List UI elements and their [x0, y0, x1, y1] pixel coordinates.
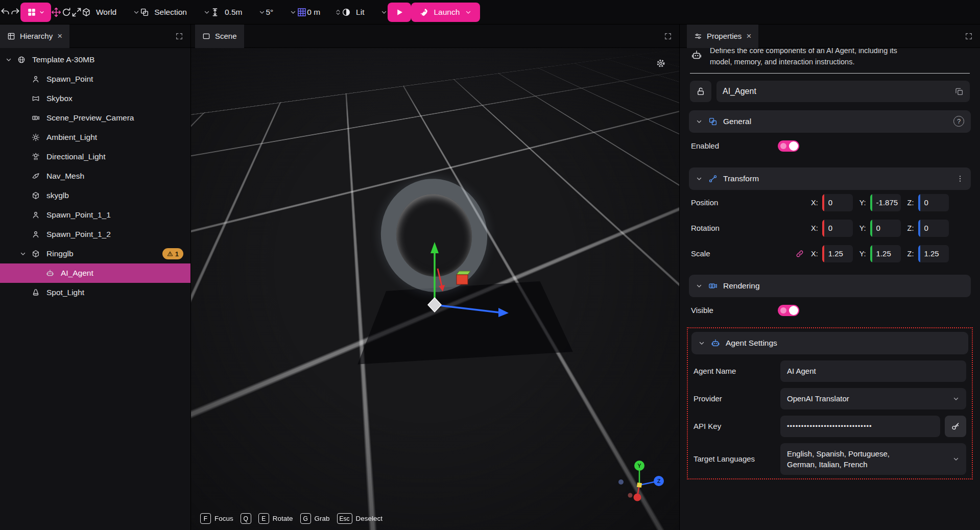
provider-select[interactable]: OpenAI Translator	[780, 388, 966, 409]
rendering-section-header[interactable]: Rendering	[689, 275, 971, 297]
api-key-input[interactable]	[780, 416, 940, 437]
selection-mode-icon	[140, 8, 149, 17]
move-snap-dropdown[interactable]: 0.5m	[210, 8, 266, 17]
chevron-down-icon[interactable]	[5, 56, 17, 63]
layout-grid-button[interactable]	[20, 3, 51, 22]
enabled-toggle[interactable]	[778, 140, 799, 152]
tab-scene[interactable]: Scene	[195, 25, 244, 48]
world-space-dropdown[interactable]: World	[82, 8, 140, 17]
agent-description-text: Defines the core components of an AI Age…	[710, 48, 920, 68]
tree-item-spot-light[interactable]: Spot_Light	[0, 283, 190, 302]
selection-mode-dropdown[interactable]: Selection	[140, 8, 210, 17]
scene-viewport[interactable]: F Focus Q E Rotate G Grab	[191, 48, 679, 530]
lit-sphere-icon	[342, 8, 351, 17]
tree-item-spawn-point[interactable]: Spawn_Point	[0, 69, 190, 89]
camera-icon	[32, 114, 45, 122]
api-key-row: API Key	[691, 416, 968, 437]
link-scale-icon[interactable]	[796, 250, 811, 258]
viewport-settings-gear-icon[interactable]	[656, 58, 666, 68]
redo-icon	[10, 7, 20, 17]
chevron-down-icon	[465, 9, 472, 16]
scene-tab-strip: Scene	[191, 25, 679, 48]
rotation-z-input[interactable]	[918, 220, 949, 237]
tree-item-scene-preview-camera[interactable]: Scene_Preview_Camera	[0, 108, 190, 128]
entity-name-field[interactable]: AI_Agent	[716, 81, 970, 102]
redo-button[interactable]	[10, 7, 20, 17]
shading-mode-dropdown[interactable]: Lit	[342, 8, 388, 17]
visible-toggle[interactable]	[778, 305, 799, 316]
scale-tool-button[interactable]	[71, 7, 82, 17]
move-tool-button[interactable]	[51, 7, 61, 17]
expand-panel-icon[interactable]	[175, 32, 183, 40]
tree-item-spawn-point-1-1[interactable]: Spawn_Point_1_1	[0, 205, 190, 225]
play-button[interactable]	[388, 3, 411, 22]
transform-gizmo	[347, 220, 521, 342]
expand-panel-icon[interactable]	[965, 32, 973, 40]
spawn-point-icon	[32, 75, 45, 83]
enabled-row: Enabled	[689, 133, 971, 159]
warning-badge[interactable]: 1	[162, 248, 183, 259]
tree-item-skyglb[interactable]: skyglb	[0, 186, 190, 205]
hierarchy-tab-strip: Hierarchy	[0, 25, 190, 48]
chevron-down-icon	[696, 118, 703, 125]
tree-item-directional-light[interactable]: Directional_Light	[0, 147, 190, 166]
target-languages-select[interactable]: English, Spanish, Portuguese, German, It…	[780, 443, 966, 475]
height-snap-stepper[interactable]: 0 m	[307, 8, 342, 17]
shortcut-hints: F Focus Q E Rotate G Grab	[200, 513, 383, 524]
key-icon[interactable]	[945, 416, 966, 437]
expand-viewport-icon[interactable]	[664, 32, 672, 40]
scale-row: Scale X: Y: Z:	[689, 241, 971, 267]
scale-z-input[interactable]	[918, 245, 949, 262]
agent-settings-section-header[interactable]: Agent Settings	[691, 332, 968, 354]
height-snap-label: 0 m	[307, 8, 320, 17]
tab-properties[interactable]: Properties	[687, 25, 758, 48]
general-section-header[interactable]: General	[689, 110, 971, 133]
tree-item-ringglb[interactable]: Ringglb 1	[0, 244, 190, 263]
ambient-light-icon	[32, 133, 45, 141]
svg-text:Z: Z	[657, 478, 661, 484]
properties-content: Defines the core components of an AI Age…	[680, 48, 980, 530]
agent-name-input[interactable]	[780, 360, 966, 382]
transform-section-header[interactable]: Transform	[689, 167, 971, 190]
help-icon[interactable]	[953, 116, 964, 127]
position-y-input[interactable]	[870, 194, 901, 211]
position-z-input[interactable]	[918, 194, 949, 211]
general-section: General Enabled	[689, 110, 971, 159]
tab-hierarchy[interactable]: Hierarchy	[0, 25, 69, 48]
orientation-gizmo[interactable]: Y Z	[615, 459, 668, 510]
rendering-section: Rendering Visible	[689, 275, 971, 324]
rotate-snap-dropdown[interactable]: 5°	[266, 8, 297, 17]
launch-button[interactable]: Launch	[411, 3, 480, 22]
close-icon[interactable]	[57, 32, 62, 40]
more-options-icon[interactable]	[956, 175, 964, 183]
rotate-snap-label: 5°	[266, 8, 273, 17]
scale-y-input[interactable]	[870, 245, 901, 262]
tree-item-ai-agent[interactable]: AI_Agent	[0, 263, 190, 283]
copy-icon[interactable]	[954, 87, 964, 96]
chevron-down-icon[interactable]	[19, 250, 32, 257]
rotation-y-input[interactable]	[870, 220, 901, 237]
close-icon[interactable]	[746, 32, 751, 40]
tree-item-skybox[interactable]: Skybox	[0, 89, 190, 108]
robot-icon	[711, 339, 720, 348]
properties-tab-label: Properties	[707, 32, 742, 40]
tree-item-template[interactable]: Template A-30MB	[0, 50, 190, 69]
rotation-x-input[interactable]	[822, 220, 853, 237]
rocket-icon	[419, 8, 428, 17]
chevron-down-icon	[696, 282, 703, 290]
hierarchy-panel: Hierarchy Template A-30MB Spawn_Point	[0, 25, 191, 530]
rendering-icon	[708, 281, 718, 291]
position-x-input[interactable]	[822, 194, 853, 211]
unlock-icon[interactable]	[690, 81, 711, 102]
chevron-down-icon	[698, 340, 705, 347]
chevron-down-icon	[380, 9, 388, 16]
scale-x-input[interactable]	[822, 245, 853, 262]
grid-snap-toggle[interactable]	[297, 7, 307, 17]
tree-item-ambient-light[interactable]: Ambient_Light	[0, 128, 190, 147]
rotate-tool-button[interactable]	[61, 7, 71, 17]
undo-button[interactable]	[0, 7, 10, 17]
hint-grab: G Grab	[300, 513, 330, 524]
tree-item-spawn-point-1-2[interactable]: Spawn_Point_1_2	[0, 225, 190, 244]
grid-snap-icon	[297, 7, 307, 17]
tree-item-nav-mesh[interactable]: Nav_Mesh	[0, 166, 190, 186]
